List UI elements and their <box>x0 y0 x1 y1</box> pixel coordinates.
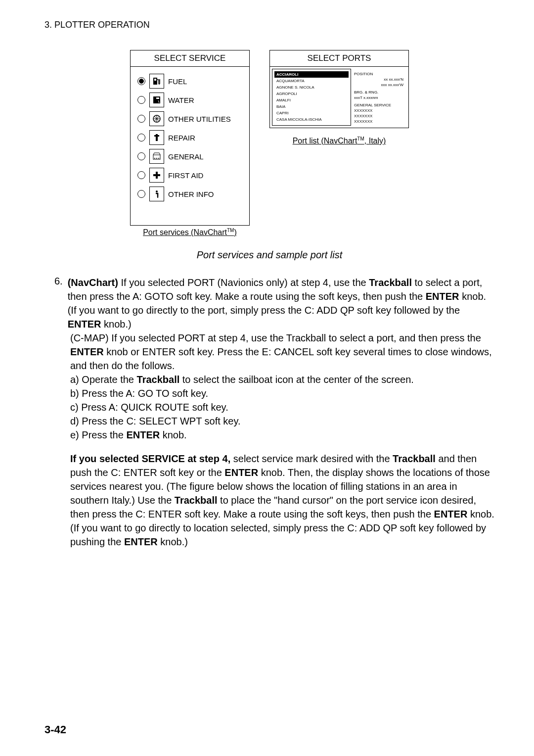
port-item[interactable]: ACQUAMORTA <box>274 78 349 84</box>
svg-rect-1 <box>154 79 156 81</box>
brg-rng-val: xxxT x.xxxnm <box>354 95 403 100</box>
step-number: 6. <box>54 276 63 331</box>
service-row-utilities[interactable]: OTHER UTILITIES <box>137 111 242 126</box>
info-icon <box>149 187 164 201</box>
radio-icon <box>137 152 145 160</box>
position-label: POSITION <box>354 72 403 76</box>
ports-body: ACCIAROLI ACQUAMORTA AGNONE S. NICOLA AG… <box>270 67 408 128</box>
radio-icon <box>137 134 145 142</box>
chapter-header: 3. PLOTTER OPERATION <box>44 20 494 30</box>
service-label: GENERAL <box>168 152 204 161</box>
svg-point-14 <box>158 158 159 159</box>
substep-c: c) Press A: QUICK ROUTE soft key. <box>70 400 494 414</box>
gen-svc-2: XXXXXXX <box>354 114 403 118</box>
svg-rect-10 <box>154 135 159 137</box>
port-item[interactable]: CAPRI <box>274 110 349 116</box>
service-list: FUEL WATER OTHER UTILITIES REPAIR <box>131 67 249 225</box>
gen-svc-1: XXXXXXX <box>354 108 403 113</box>
select-service-column: SELECT SERVICE FUEL WATER OTHER UTILITIE… <box>130 50 250 237</box>
service-row-otherinfo[interactable]: OTHER INFO <box>137 187 242 201</box>
substep-a: a) Operate the Trackball to select the s… <box>70 373 494 386</box>
svg-rect-16 <box>153 174 160 176</box>
select-service-panel: SELECT SERVICE FUEL WATER OTHER UTILITIE… <box>130 50 250 226</box>
radio-icon <box>137 77 145 85</box>
position-lon: xxx xx.xxx'W <box>354 83 403 87</box>
service-label: FUEL <box>168 77 187 86</box>
select-ports-column: SELECT PORTS ACCIAROLI ACQUAMORTA AGNONE… <box>269 50 409 237</box>
service-row-water[interactable]: WATER <box>137 93 242 107</box>
page-number: 3-42 <box>44 723 66 736</box>
radio-icon <box>137 171 145 179</box>
service-label: OTHER UTILITIES <box>168 115 231 123</box>
select-ports-title: SELECT PORTS <box>270 50 408 67</box>
svg-rect-3 <box>156 97 159 99</box>
utility-icon <box>149 111 164 126</box>
storefront-icon <box>149 149 164 164</box>
svg-point-13 <box>156 158 157 159</box>
position-lat: xx xx.xxx'N <box>354 77 403 82</box>
radio-icon <box>137 115 145 123</box>
service-row-repair[interactable]: REPAIR <box>137 130 242 145</box>
substep-b: b) Press the A: GO TO soft key. <box>70 386 494 400</box>
radio-icon <box>137 190 145 198</box>
select-ports-caption: Port list (NavChartTM, Italy) <box>269 136 409 145</box>
port-item[interactable]: CASA MICCIOLA-ISCHIA <box>274 116 349 123</box>
port-item[interactable]: BAIA <box>274 103 349 110</box>
service-row-general[interactable]: GENERAL <box>137 149 242 164</box>
service-label: FIRST AID <box>168 171 203 180</box>
step-6-content: (NavChart) If you selected PORT (Navioni… <box>68 276 494 331</box>
svg-point-17 <box>156 190 158 192</box>
service-row-firstaid[interactable]: FIRST AID <box>137 168 242 183</box>
wrench-icon <box>149 130 164 145</box>
figures-container: SELECT SERVICE FUEL WATER OTHER UTILITIE… <box>44 50 494 237</box>
svg-point-12 <box>154 158 155 159</box>
service-label: OTHER INFO <box>168 190 214 198</box>
cmap-paragraph: (C-MAP) If you selected PORT at step 4, … <box>70 331 494 373</box>
service-label: REPAIR <box>168 134 195 142</box>
service-paragraph: If you selected SERVICE at step 4, selec… <box>70 452 494 549</box>
body-text: 6. (NavChart) If you selected PORT (Navi… <box>54 276 494 549</box>
cross-icon <box>149 168 164 183</box>
port-item[interactable]: AMALFI <box>274 97 349 103</box>
port-item-selected[interactable]: ACCIAROLI <box>274 71 349 78</box>
gen-svc-3: XXXXXXX <box>354 119 403 124</box>
select-ports-panel: SELECT PORTS ACCIAROLI ACQUAMORTA AGNONE… <box>269 50 409 128</box>
gen-svc-label: GENERAL SERVICE <box>354 103 403 107</box>
brg-rng-label: BRG. & RNG. <box>354 90 403 94</box>
radio-icon <box>137 96 145 104</box>
ports-list: ACCIAROLI ACQUAMORTA AGNONE S. NICOLA AG… <box>272 69 351 126</box>
select-service-title: SELECT SERVICE <box>131 50 249 67</box>
port-item[interactable]: AGNONE S. NICOLA <box>274 84 349 91</box>
figure-main-caption: Port services and sample port list <box>44 249 494 261</box>
faucet-icon <box>149 93 164 107</box>
port-info: POSITION xx xx.xxx'N xxx xx.xxx'W BRG. &… <box>351 69 406 126</box>
service-row-fuel[interactable]: FUEL <box>137 74 242 89</box>
substep-e: e) Press the ENTER knob. <box>70 428 494 442</box>
step-6: 6. (NavChart) If you selected PORT (Navi… <box>54 276 494 331</box>
substep-d: d) Press the C: SELECT WPT soft key. <box>70 414 494 428</box>
select-service-caption: Port services (NavChartTM) <box>130 228 250 237</box>
port-item[interactable]: AGROPOLI <box>274 91 349 97</box>
fuel-pump-icon <box>149 74 164 89</box>
service-label: WATER <box>168 96 194 104</box>
